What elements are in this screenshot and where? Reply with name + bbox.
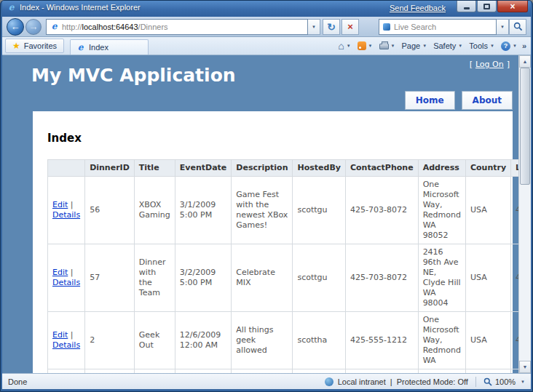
cell-contact-phone: 425-703-8072 bbox=[345, 177, 418, 244]
cell-event-date: 12/6/2009 12:00 AM bbox=[175, 312, 232, 369]
edit-link[interactable]: Edit bbox=[52, 268, 68, 277]
link-separator: | bbox=[71, 200, 74, 209]
feeds-button[interactable]: ▼ bbox=[355, 39, 376, 53]
magnifier-icon bbox=[513, 22, 523, 31]
help-button[interactable]: ?▼ bbox=[498, 39, 520, 53]
refresh-icon: ↻ bbox=[327, 21, 336, 33]
minimize-button[interactable] bbox=[457, 1, 476, 12]
vertical-scrollbar[interactable]: ▲ ▼ bbox=[518, 55, 531, 373]
feeds-icon bbox=[358, 41, 366, 50]
toolbar-overflow-button[interactable]: » bbox=[521, 41, 528, 50]
intranet-zone-icon bbox=[325, 377, 333, 386]
header-hostedby: HostedBy bbox=[293, 160, 345, 177]
cell-description: Game Fest with the newest XBox Games! bbox=[232, 177, 293, 244]
cell-event-date: 12/6/2009 5:00 PM bbox=[175, 369, 232, 374]
status-divider bbox=[475, 377, 476, 387]
protected-mode-label: Protected Mode: Off bbox=[397, 377, 468, 386]
scrollbar-thumb[interactable] bbox=[520, 68, 530, 185]
live-search-icon bbox=[383, 23, 390, 31]
table-row: Edit | Details 56 XBOX Gaming 3/1/2009 5… bbox=[48, 177, 519, 244]
cell-contact-phone: 425-985-3648 bbox=[345, 369, 418, 374]
safety-menu-button[interactable]: Safety▼ bbox=[430, 39, 465, 53]
ie-logo-icon: e bbox=[7, 3, 16, 12]
edit-link[interactable]: Edit bbox=[52, 330, 68, 340]
window-controls: × bbox=[456, 1, 528, 12]
logon-bracket-close: ] bbox=[507, 60, 510, 69]
search-placeholder: Live Search bbox=[394, 23, 436, 31]
printer-icon bbox=[379, 44, 389, 49]
table-row: Edit | Details 1 .NET Futures 12/6/2009 … bbox=[48, 369, 519, 374]
refresh-button[interactable]: ↻ bbox=[323, 19, 340, 35]
maximize-icon bbox=[483, 4, 490, 9]
zoom-button[interactable]: 100% ▼ bbox=[483, 377, 525, 386]
nav-tab-home[interactable]: Home bbox=[405, 91, 455, 110]
logon-link[interactable]: Log On bbox=[475, 60, 504, 69]
send-feedback-link[interactable]: Send Feedback bbox=[390, 4, 446, 12]
address-dropdown-button[interactable]: ▼ bbox=[308, 19, 320, 35]
address-input[interactable]: e http://localhost:64643/Dinners bbox=[46, 19, 308, 35]
cell-description: Come talk about cool things coming with … bbox=[232, 369, 293, 374]
favorites-button[interactable]: ★ Favorites bbox=[5, 39, 64, 53]
details-link[interactable]: Details bbox=[52, 278, 80, 287]
stop-button[interactable]: × bbox=[341, 19, 359, 35]
chevron-down-icon: ▼ bbox=[490, 44, 494, 48]
header-actions bbox=[48, 160, 85, 177]
table-row: Edit | Details 57 Dinner with the Team 3… bbox=[48, 244, 519, 312]
cell-hosted-by: scottgu bbox=[293, 177, 345, 244]
header-description: Description bbox=[232, 160, 293, 177]
cell-hosted-by: scottgu bbox=[293, 244, 345, 312]
home-icon: ⌂ bbox=[338, 41, 344, 51]
cell-latitude: 47.63 bbox=[511, 244, 518, 312]
index-heading: Index bbox=[47, 132, 498, 145]
maximize-button[interactable] bbox=[477, 1, 497, 12]
zoom-magnifier-icon bbox=[483, 377, 492, 386]
search-dropdown-button[interactable]: ▼ bbox=[497, 19, 509, 35]
tab-index[interactable]: e Index bbox=[70, 39, 149, 55]
cell-address: One Microsoft Way, Redmond WA bbox=[418, 312, 465, 369]
cell-title: .NET Futures bbox=[134, 369, 175, 374]
logon-area: [Log On] bbox=[470, 60, 510, 69]
cell-address: 2416 96th Ave NE, Clyde Hill WA 98004 bbox=[418, 244, 465, 312]
scroll-up-button[interactable]: ▲ bbox=[519, 55, 531, 68]
chevron-down-icon: ▼ bbox=[500, 25, 505, 29]
header-eventdate: EventDate bbox=[175, 160, 232, 177]
print-button[interactable]: ▼ bbox=[376, 39, 398, 53]
home-button[interactable]: ⌂▼ bbox=[335, 39, 353, 53]
cell-event-date: 3/1/2009 5:00 PM bbox=[175, 177, 232, 244]
table-row: Edit | Details 2 Geek Out 12/6/2009 12:0… bbox=[48, 312, 519, 369]
cell-latitude: 47.64 bbox=[511, 177, 518, 244]
cell-title: Geek Out bbox=[134, 312, 175, 369]
cell-dinner-id: 57 bbox=[85, 244, 135, 312]
back-button[interactable]: ← bbox=[7, 18, 24, 36]
search-go-button[interactable] bbox=[509, 19, 526, 35]
browser-window: e Index - Windows Internet Explorer Send… bbox=[0, 0, 533, 392]
table-header-row: DinnerID Title EventDate Description Hos… bbox=[48, 160, 519, 177]
details-link[interactable]: Details bbox=[52, 210, 80, 220]
tools-menu-button[interactable]: Tools▼ bbox=[466, 39, 497, 53]
cell-contact-phone: 425-555-1212 bbox=[345, 312, 418, 369]
window-title: Index - Windows Internet Explorer bbox=[20, 3, 141, 12]
row-actions: Edit | Details bbox=[48, 244, 85, 312]
page-menu-label: Page bbox=[401, 41, 420, 50]
edit-link[interactable]: Edit bbox=[52, 200, 68, 209]
zone-label: Local intranet bbox=[338, 377, 386, 386]
row-actions: Edit | Details bbox=[48, 369, 85, 374]
cell-address: One Microsoft Way, Redmond WA 98052 bbox=[418, 177, 465, 244]
cell-dinner-id: 2 bbox=[85, 312, 135, 369]
minimize-icon bbox=[464, 7, 470, 9]
search-input[interactable]: Live Search bbox=[379, 19, 497, 35]
status-text: Done bbox=[8, 377, 27, 386]
scrollbar-track[interactable] bbox=[519, 68, 531, 361]
scroll-up-icon: ▲ bbox=[523, 59, 528, 64]
url-scheme: http:// bbox=[62, 23, 82, 31]
cell-country: USA bbox=[465, 369, 510, 374]
scroll-down-button[interactable]: ▼ bbox=[519, 361, 531, 373]
nav-tab-about[interactable]: About bbox=[462, 91, 513, 110]
command-bar: ⌂▼ ▼ ▼ Page▼ Safety▼ Tools▼ ?▼ » bbox=[335, 39, 528, 53]
cell-description: Celebrate MIX bbox=[232, 244, 293, 312]
details-link[interactable]: Details bbox=[52, 340, 80, 350]
close-button[interactable]: × bbox=[497, 1, 528, 12]
forward-button[interactable]: → bbox=[25, 19, 42, 35]
page-menu-button[interactable]: Page▼ bbox=[398, 39, 430, 53]
chevron-down-icon: ▼ bbox=[458, 44, 462, 48]
